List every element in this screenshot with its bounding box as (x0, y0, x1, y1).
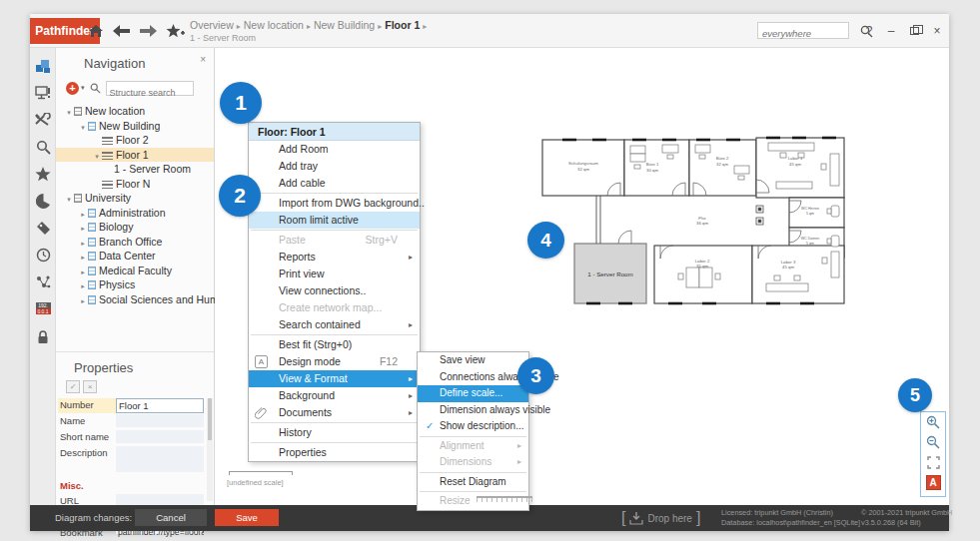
zoom-out-button[interactable] (921, 432, 945, 452)
number-field[interactable]: Floor 1 (116, 398, 204, 413)
menu-separator (251, 334, 418, 335)
properties-scrollbar[interactable] (207, 398, 213, 501)
menu-item-best-fit[interactable]: Best fit (Strg+0) (249, 336, 420, 353)
menu-item-import-dwg[interactable]: Import from DWG background.. (249, 195, 420, 212)
breadcrumb-segment[interactable]: New location (244, 19, 304, 31)
description-field[interactable] (116, 446, 204, 472)
breadcrumb-subitem[interactable]: 1 - Server Room (190, 33, 256, 43)
menu-item-history[interactable]: History (249, 424, 420, 441)
menu-item-print-view[interactable]: Print view (249, 266, 420, 282)
discard-button[interactable]: × (83, 380, 97, 393)
back-button[interactable] (112, 22, 132, 40)
favorite-add-button[interactable] (166, 22, 186, 40)
expander-closed-icon[interactable]: ▸ (78, 294, 88, 309)
global-search-box[interactable] (757, 22, 849, 39)
sidebar-tool-history[interactable] (32, 243, 54, 267)
bracket-left: [ (621, 509, 625, 527)
chevron-down-icon[interactable]: ▾ (81, 84, 85, 92)
sidebar-tool-favorites[interactable] (32, 162, 54, 186)
navigation-icon (35, 59, 51, 74)
tree-item-medical-faculty[interactable]: ▸Medical Faculty (56, 264, 214, 278)
tree-item-administration[interactable]: ▸Administration (56, 206, 214, 221)
tree-item-floor-1[interactable]: ▾Floor 1 (56, 148, 214, 163)
submenu-item-save-view[interactable]: Save view (418, 352, 528, 369)
pie-chart-icon (36, 194, 51, 209)
property-row-description[interactable]: Description (58, 446, 204, 472)
scrollbar-thumb[interactable] (208, 398, 212, 440)
zoom-out-icon (926, 435, 940, 449)
menu-item-add-room[interactable]: Add Room (249, 141, 420, 158)
sidebar-tool-navigation[interactable] (32, 54, 54, 78)
submenu-item-define-scale[interactable]: Define scale... (418, 385, 528, 402)
menu-item-room-limit-active[interactable]: Room limit active (249, 212, 420, 229)
breadcrumb[interactable]: Overview▸New location▸New Building▸Floor… (190, 19, 430, 31)
breadcrumb-segment-current[interactable]: Floor 1 (385, 19, 420, 31)
tree-item-biology[interactable]: ▸Biology (56, 220, 214, 235)
menu-item-background[interactable]: Background▸ (249, 387, 420, 404)
search-icon (36, 140, 51, 155)
tree-item-new-location[interactable]: ▾New location (56, 104, 214, 119)
submenu-item-reset-diagram[interactable]: Reset Diagram (418, 474, 528, 491)
sidebar-tool-search[interactable] (32, 135, 54, 159)
global-search-input[interactable] (758, 26, 848, 41)
property-row-name[interactable]: Name (58, 414, 204, 427)
building-icon (88, 238, 96, 247)
forward-button[interactable] (138, 22, 158, 40)
home-button[interactable] (86, 22, 106, 40)
tree-item-data-center[interactable]: ▸Data Center (56, 249, 214, 264)
menu-separator (251, 422, 418, 423)
sidebar-tool-devices[interactable] (32, 81, 54, 105)
short-name-field[interactable] (116, 430, 204, 443)
sidebar-tool-tags[interactable] (32, 216, 54, 240)
room-labor-3[interactable] (752, 246, 844, 303)
menu-item-add-cable[interactable]: Add cable (249, 175, 420, 192)
minimize-button[interactable]: – (879, 14, 903, 48)
menu-item-properties[interactable]: Properties (249, 444, 420, 461)
tree-item-physics[interactable]: ▸Physics (56, 277, 214, 292)
structure-search-box[interactable] (106, 81, 194, 96)
cancel-button[interactable]: Cancel (135, 509, 207, 526)
sidebar-tool-reports[interactable] (32, 189, 54, 213)
menu-item-search-contained[interactable]: Search contained▸ (249, 316, 420, 333)
breadcrumb-segment[interactable]: Overview (190, 19, 234, 31)
submenu-item-show-description[interactable]: ✓Show description... (418, 418, 528, 435)
floor-plan[interactable]: Schulungsraum 32 qm Büro 1 30 qm Büro 2 … (534, 136, 854, 320)
sidebar-tool-ip-addresses[interactable]: 192.0.0.1 (32, 296, 54, 320)
menu-item-view-format[interactable]: View & Format▸ (249, 370, 420, 387)
submenu-item-dimension-always-visible[interactable]: Dimension always visible (418, 402, 528, 419)
drop-here-target[interactable]: [ Drop here ] (621, 508, 700, 528)
structure-search-input[interactable] (107, 86, 193, 99)
menu-item-reports[interactable]: Reports▸ (249, 249, 420, 266)
design-mode-button[interactable]: A (921, 472, 945, 492)
tree-item-new-building[interactable]: ▾New Building (56, 119, 214, 134)
name-field[interactable] (116, 414, 204, 427)
sidebar-tool-permissions[interactable] (32, 325, 54, 349)
tree-item-floor-2[interactable]: Floor 2 (56, 133, 214, 148)
panel-close-icon[interactable]: × (200, 54, 206, 65)
sidebar-tool-configuration[interactable] (32, 108, 54, 132)
menu-item-documents[interactable]: Documents▸ (249, 404, 420, 421)
menu-item-design-mode[interactable]: ADesign modeF12 (249, 353, 420, 370)
help-button[interactable]: ? (857, 14, 881, 48)
submenu-item-connections-always-visible[interactable]: Connections always visible (418, 369, 528, 386)
sidebar-tool-connections[interactable] (32, 270, 54, 293)
tree-item-server-room[interactable]: 1 - Server Room (56, 162, 214, 177)
menu-item-add-tray[interactable]: Add tray (249, 158, 420, 175)
submenu-arrow-icon: ▸ (517, 438, 521, 455)
breadcrumb-segment[interactable]: New Building (314, 19, 375, 31)
tree-item-social-sciences[interactable]: ▸Social Sciences and Humanities (56, 292, 214, 307)
tree-item-university[interactable]: ▾University (56, 191, 214, 206)
fit-view-button[interactable] (921, 452, 945, 472)
zoom-in-button[interactable] (921, 412, 945, 432)
apply-button[interactable]: ✓ (66, 380, 80, 393)
add-button[interactable]: + (66, 82, 79, 95)
property-row-number[interactable]: NumberFloor 1 (58, 398, 204, 413)
menu-item-view-connections[interactable]: View connections.. (249, 282, 420, 299)
submenu-arrow-icon: ▸ (409, 387, 413, 404)
property-row-short-name[interactable]: Short name (58, 430, 204, 443)
tree-item-floor-n[interactable]: Floor N (56, 177, 214, 192)
restore-button[interactable] (902, 14, 926, 48)
close-button[interactable]: × (925, 14, 949, 48)
save-button[interactable]: Save (215, 509, 279, 526)
tree-item-branch-office[interactable]: ▸Branch Office (56, 235, 214, 250)
